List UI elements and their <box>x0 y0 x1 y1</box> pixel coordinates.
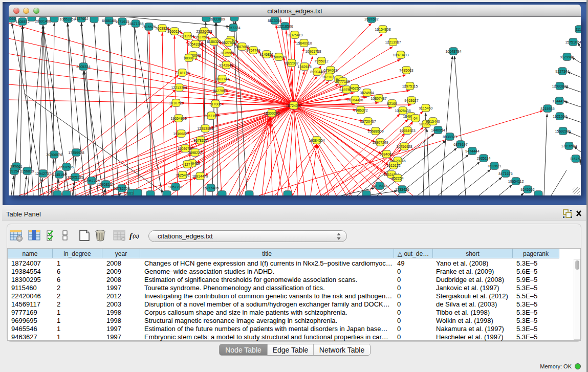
svg-text:2867608: 2867608 <box>235 45 249 49</box>
svg-text:12353594: 12353594 <box>197 127 213 130</box>
svg-text:10973493: 10973493 <box>393 53 408 57</box>
svg-text:9527503: 9527503 <box>195 35 209 39</box>
svg-text:9242848: 9242848 <box>219 63 233 67</box>
svg-text:16033809: 16033809 <box>209 17 225 21</box>
svg-text:14136141: 14136141 <box>372 184 387 188</box>
svg-text:39154: 39154 <box>9 169 19 173</box>
svg-text:1733426: 1733426 <box>395 188 409 191</box>
svg-text:746266: 746266 <box>349 86 360 90</box>
svg-text:10543382: 10543382 <box>187 42 203 46</box>
svg-text:16914479: 16914479 <box>192 174 208 178</box>
svg-text:3498222: 3498222 <box>188 151 202 155</box>
svg-text:8990448: 8990448 <box>310 70 324 74</box>
svg-text:10653267: 10653267 <box>59 17 75 21</box>
svg-text:62160: 62160 <box>387 102 397 105</box>
svg-text:17016504: 17016504 <box>561 144 577 148</box>
svg-text:1244419: 1244419 <box>552 99 566 103</box>
svg-text:9474444: 9474444 <box>465 149 479 153</box>
svg-text:1588520: 1588520 <box>272 55 286 59</box>
svg-text:1621072: 1621072 <box>322 75 336 79</box>
svg-text:19384554: 19384554 <box>309 139 324 142</box>
svg-text:98901: 98901 <box>184 56 194 60</box>
svg-text:8678352: 8678352 <box>193 139 207 142</box>
svg-text:8660124: 8660124 <box>167 30 181 33</box>
svg-text:9129906: 9129906 <box>560 55 574 59</box>
svg-text:7485063: 7485063 <box>399 69 413 72</box>
svg-text:20206576: 20206576 <box>46 153 62 157</box>
svg-text:9227341: 9227341 <box>555 70 569 73</box>
svg-text:18807249: 18807249 <box>372 141 388 144</box>
svg-text:10807487: 10807487 <box>371 97 386 100</box>
svg-text:1405572: 1405572 <box>15 20 29 24</box>
svg-text:12975115: 12975115 <box>402 84 418 88</box>
svg-text:12213967: 12213967 <box>385 40 401 44</box>
svg-text:8454749: 8454749 <box>246 49 260 52</box>
svg-text:1440954: 1440954 <box>431 128 445 132</box>
svg-text:8186325: 8186325 <box>207 40 221 43</box>
svg-text:252254: 252254 <box>391 177 403 180</box>
svg-text:16648784: 16648784 <box>445 50 461 53</box>
svg-text:15640910: 15640910 <box>296 41 312 45</box>
svg-text:7986372: 7986372 <box>354 108 367 112</box>
svg-text:3824554: 3824554 <box>360 91 374 95</box>
svg-text:8813054: 8813054 <box>268 19 281 23</box>
svg-text:(x): (x) <box>133 233 139 239</box>
svg-text:8912954: 8912954 <box>180 34 194 38</box>
svg-text:18300295: 18300295 <box>264 112 279 115</box>
svg-text:16671355: 16671355 <box>127 22 143 26</box>
svg-text:1362615: 1362615 <box>297 65 311 69</box>
svg-text:7955812: 7955812 <box>314 59 328 63</box>
svg-text:2935114: 2935114 <box>477 157 491 160</box>
svg-text:116753: 116753 <box>570 157 581 161</box>
svg-text:15720407: 15720407 <box>360 120 376 123</box>
svg-text:9515440: 9515440 <box>426 120 440 123</box>
svg-text:9777169: 9777169 <box>336 80 350 83</box>
svg-text:1156819: 1156819 <box>20 169 34 173</box>
svg-text:12093832: 12093832 <box>552 84 568 88</box>
svg-text:917006: 917006 <box>209 102 221 106</box>
svg-text:6466160: 6466160 <box>102 19 116 23</box>
svg-text:1117: 1117 <box>576 28 581 31</box>
svg-text:8427552: 8427552 <box>213 89 227 93</box>
svg-text:8267150: 8267150 <box>204 114 218 118</box>
svg-text:2005334: 2005334 <box>76 65 90 69</box>
svg-text:2803144: 2803144 <box>215 77 229 81</box>
svg-text:12218506: 12218506 <box>277 25 293 28</box>
svg-text:16782759: 16782759 <box>114 187 129 190</box>
svg-text:7632621: 7632621 <box>487 164 501 168</box>
svg-text:9857791: 9857791 <box>168 185 182 189</box>
svg-text:23226058: 23226058 <box>196 30 212 33</box>
svg-text:1010755: 1010755 <box>169 101 183 105</box>
svg-text:15692971: 15692971 <box>555 129 571 133</box>
svg-text:17957225: 17957225 <box>83 179 99 183</box>
svg-text:10688609: 10688609 <box>367 129 383 133</box>
svg-text:12213369: 12213369 <box>171 86 187 90</box>
svg-text:19654923: 19654923 <box>399 129 415 133</box>
svg-text:11958107: 11958107 <box>98 183 114 186</box>
svg-text:7357224: 7357224 <box>226 26 240 30</box>
svg-text:3875685: 3875685 <box>220 51 234 55</box>
svg-text:9245652: 9245652 <box>520 188 534 191</box>
svg-text:12942737: 12942737 <box>35 172 51 176</box>
svg-text:04: 04 <box>413 117 418 120</box>
svg-text:2718176: 2718176 <box>175 71 189 75</box>
svg-text:7515526: 7515526 <box>142 25 156 29</box>
svg-text:12505135: 12505135 <box>67 176 83 179</box>
svg-text:19046786: 19046786 <box>177 147 193 150</box>
svg-text:20691406: 20691406 <box>35 19 51 23</box>
svg-text:15751074: 15751074 <box>565 40 581 44</box>
svg-text:8215935: 8215935 <box>540 107 554 111</box>
svg-text:11325419: 11325419 <box>287 33 303 37</box>
svg-text:8938923: 8938923 <box>443 135 456 139</box>
svg-text:2055: 2055 <box>9 17 16 20</box>
svg-text:15716485: 15716485 <box>203 186 219 190</box>
svg-text:9527508: 9527508 <box>222 41 235 45</box>
svg-text:10025438: 10025438 <box>395 109 410 113</box>
svg-text:16154808: 16154808 <box>375 28 390 31</box>
svg-text:1621064: 1621064 <box>553 115 567 118</box>
svg-text:18724007: 18724007 <box>286 104 301 107</box>
svg-text:19166827: 19166827 <box>173 132 189 136</box>
svg-text:1615152: 1615152 <box>386 164 400 167</box>
svg-text:6879197: 6879197 <box>453 143 467 146</box>
svg-text:19654925: 19654925 <box>170 117 186 120</box>
